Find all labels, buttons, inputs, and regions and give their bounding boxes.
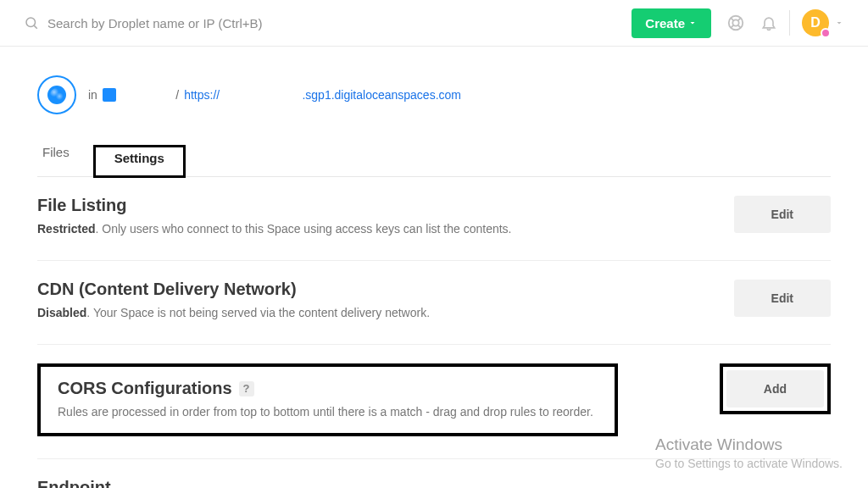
cors-highlight: CORS Configurations ? Rules are processe… bbox=[37, 363, 618, 436]
topbar-divider bbox=[789, 10, 790, 36]
space-url-link[interactable]: https:// .sgp1.digitaloceanspaces.com bbox=[184, 88, 461, 102]
cors-add-button[interactable]: Add bbox=[726, 370, 824, 408]
endpoint-title: Endpoint bbox=[37, 478, 805, 488]
svg-point-0 bbox=[26, 18, 36, 27]
tab-settings-highlight: Settings bbox=[93, 145, 186, 178]
project-link[interactable] bbox=[121, 88, 170, 102]
help-lifesaver-icon[interactable] bbox=[726, 14, 745, 32]
svg-line-5 bbox=[738, 25, 741, 28]
svg-line-4 bbox=[731, 18, 733, 20]
file-listing-title: File Listing bbox=[37, 196, 709, 215]
avatar-letter: D bbox=[810, 15, 821, 30]
svg-point-3 bbox=[732, 19, 738, 25]
tab-settings[interactable]: Settings bbox=[111, 151, 168, 165]
svg-line-6 bbox=[738, 18, 741, 20]
chevron-down-icon bbox=[687, 18, 698, 28]
cdn-title: CDN (Content Delivery Network) bbox=[37, 280, 709, 299]
notification-dot-icon bbox=[821, 28, 831, 38]
bell-icon[interactable] bbox=[760, 14, 777, 31]
chevron-down-icon[interactable] bbox=[834, 18, 844, 28]
search-wrap bbox=[24, 15, 317, 31]
search-icon bbox=[24, 15, 39, 30]
space-icon bbox=[37, 75, 76, 114]
avatar[interactable]: D bbox=[802, 9, 829, 36]
breadcrumb: in / https:// .sgp1.digitaloceanspaces.c… bbox=[88, 88, 461, 102]
svg-line-7 bbox=[731, 25, 733, 28]
svg-line-1 bbox=[34, 25, 36, 28]
cors-title: CORS Configurations ? bbox=[58, 379, 598, 398]
breadcrumb-slash: / bbox=[175, 88, 179, 102]
breadcrumb-in: in bbox=[88, 88, 97, 102]
tab-files[interactable]: Files bbox=[39, 145, 73, 176]
help-icon[interactable]: ? bbox=[239, 381, 254, 396]
search-input[interactable] bbox=[46, 15, 317, 31]
create-label: Create bbox=[645, 16, 685, 30]
file-listing-desc: Restricted. Only users who connect to th… bbox=[37, 220, 709, 238]
file-listing-edit-button[interactable]: Edit bbox=[734, 196, 831, 233]
cdn-edit-button[interactable]: Edit bbox=[734, 280, 831, 317]
cors-desc: Rules are processed in order from top to… bbox=[58, 403, 598, 421]
create-button[interactable]: Create bbox=[632, 8, 711, 38]
cors-add-highlight: Add bbox=[720, 363, 831, 414]
cdn-desc: Disabled. Your Space is not being served… bbox=[37, 304, 709, 322]
windows-watermark: Activate Windows Go to Settings to activ… bbox=[655, 435, 843, 471]
project-icon bbox=[103, 88, 116, 102]
tabs: Files Settings bbox=[37, 145, 831, 177]
